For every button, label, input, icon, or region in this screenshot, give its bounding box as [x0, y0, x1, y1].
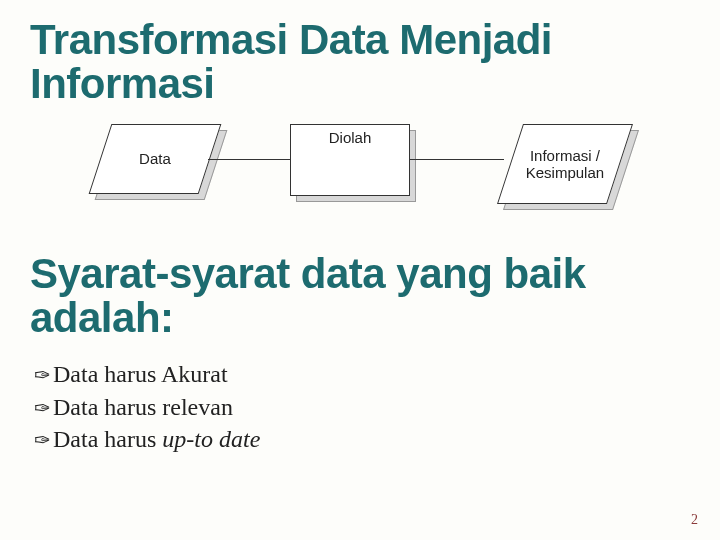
bullet-text: Data harus [53, 426, 162, 452]
list-item: ✑Data harus Akurat [34, 358, 690, 390]
node-diolah-label: Diolah [329, 129, 372, 146]
slide: Transformasi Data Menjadi Informasi Data… [0, 0, 720, 540]
bullet-text: Data harus relevan [53, 394, 233, 420]
connector-1 [208, 159, 290, 160]
node-informasi-label: Informasi / Kesimpulan [511, 147, 619, 182]
bullet-icon: ✑ [34, 395, 51, 422]
slide-title: Transformasi Data Menjadi Informasi [30, 18, 690, 106]
slide-subtitle: Syarat-syarat data yang baik adalah: [30, 252, 690, 340]
bullet-text: Data harus Akurat [53, 361, 228, 387]
bullet-list: ✑Data harus Akurat ✑Data harus relevan ✑… [30, 358, 690, 455]
bullet-icon: ✑ [34, 362, 51, 389]
connector-2 [410, 159, 504, 160]
bullet-icon: ✑ [34, 427, 51, 454]
list-item: ✑Data harus up-to date [34, 423, 690, 455]
list-item: ✑Data harus relevan [34, 391, 690, 423]
flow-diagram: Data Diolah Informasi / Kesimpulan [80, 124, 690, 244]
node-data-label: Data [139, 151, 171, 168]
bullet-text-italic: up-to date [162, 426, 260, 452]
page-number: 2 [691, 512, 698, 528]
